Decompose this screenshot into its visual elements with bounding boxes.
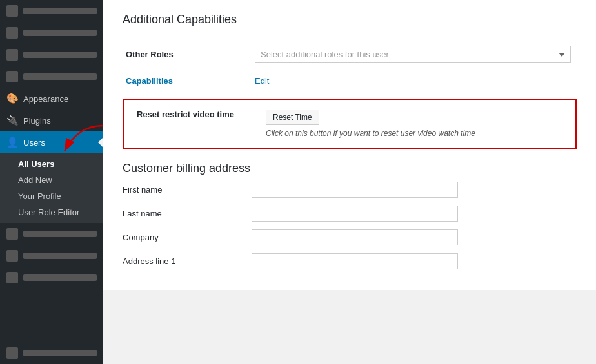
plugins-icon: 🔌 xyxy=(6,115,18,126)
address-input[interactable] xyxy=(252,253,458,269)
users-icon: 👤 xyxy=(6,137,18,148)
sidebar-item-comments[interactable] xyxy=(0,22,103,44)
sidebar-item-collapse[interactable] xyxy=(0,342,103,364)
main-content: Additional Capabilities Other Roles Sele… xyxy=(103,0,596,364)
sidebar-item-pages[interactable] xyxy=(0,0,103,22)
appearance-icon: 🎨 xyxy=(6,93,18,104)
sidebar-item-plugins[interactable]: 🔌 Plugins xyxy=(0,110,103,131)
company-input[interactable] xyxy=(252,229,458,245)
sidebar-item-appearance-label: Appearance xyxy=(23,94,68,104)
sidebar-item-users-label: Users xyxy=(23,138,45,148)
submenu-add-new[interactable]: Add New xyxy=(0,172,103,188)
sidebar-item-appearance[interactable]: 🎨 Appearance xyxy=(0,88,103,110)
address-label: Address line 1 xyxy=(123,256,252,266)
reset-note: Click on this button if you want to rese… xyxy=(266,129,475,138)
sidebar-item-settings[interactable] xyxy=(0,245,103,267)
content-area: Additional Capabilities Other Roles Sele… xyxy=(103,0,596,290)
company-label: Company xyxy=(123,233,252,242)
section-title: Additional Capabilities xyxy=(123,13,577,30)
submenu-your-profile[interactable]: Your Profile xyxy=(0,188,103,204)
first-name-input[interactable] xyxy=(252,182,458,198)
other-roles-field: Select additional roles for this user xyxy=(252,39,577,70)
last-name-input[interactable] xyxy=(252,206,458,222)
billing-first-name-row: First name xyxy=(123,182,577,198)
sidebar-item-tools[interactable] xyxy=(0,223,103,245)
sidebar-item-plugins-label: Plugins xyxy=(23,116,51,126)
capabilities-field: Edit xyxy=(252,70,577,92)
capabilities-row: Capabilities Edit xyxy=(123,70,577,92)
capabilities-table: Other Roles Select additional roles for … xyxy=(123,39,577,92)
sidebar-item-products[interactable] xyxy=(0,66,103,88)
submenu-user-role-editor[interactable]: User Role Editor xyxy=(0,204,103,220)
submenu-all-users[interactable]: All Users xyxy=(0,156,103,172)
billing-address-row: Address line 1 xyxy=(123,253,577,269)
role-select[interactable]: Select additional roles for this user xyxy=(255,46,571,63)
sidebar: 🎨 Appearance 🔌 Plugins 👤 Users All Users… xyxy=(0,0,103,364)
reset-video-time-box: Reset restrict video time Reset Time Cli… xyxy=(123,99,577,149)
billing-last-name-row: Last name xyxy=(123,206,577,222)
capabilities-label: Capabilities xyxy=(123,70,252,92)
sidebar-item-users[interactable]: 👤 Users xyxy=(0,131,103,153)
other-roles-row: Other Roles Select additional roles for … xyxy=(123,39,577,70)
first-name-label: First name xyxy=(123,185,252,195)
sidebar-item-woocommerce[interactable] xyxy=(0,44,103,66)
billing-company-row: Company xyxy=(123,229,577,245)
billing-title: Customer billing address xyxy=(123,162,577,175)
reset-content: Reset Time Click on this button if you w… xyxy=(266,110,475,138)
reset-label: Reset restrict video time xyxy=(137,110,253,119)
edit-link[interactable]: Edit xyxy=(255,76,269,86)
reset-time-button[interactable]: Reset Time xyxy=(266,110,319,125)
last-name-label: Last name xyxy=(123,209,252,218)
other-roles-label: Other Roles xyxy=(123,39,252,70)
reset-box-inner: Reset restrict video time Reset Time Cli… xyxy=(137,110,562,138)
sidebar-item-cw-video[interactable] xyxy=(0,267,103,289)
users-submenu: All Users Add New Your Profile User Role… xyxy=(0,153,103,223)
